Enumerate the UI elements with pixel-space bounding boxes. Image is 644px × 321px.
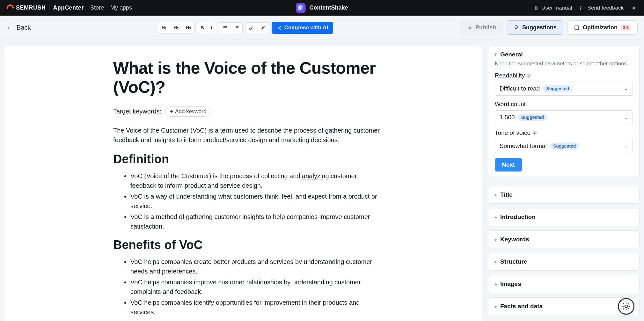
keywords-row: Target keywords: + Add keyword	[113, 106, 387, 117]
chevron-right-icon: ▸	[495, 281, 497, 287]
article-title[interactable]: What is the Voice of the Customer (VoC)?	[113, 59, 387, 97]
chevron-down-icon: ▸	[494, 54, 499, 56]
next-button[interactable]: Next	[495, 158, 522, 171]
wordcount-label: Word count	[495, 101, 633, 108]
tone-select[interactable]: Somewhat formal Suggested ⌄	[495, 139, 633, 153]
h2-button[interactable]: H₂	[170, 22, 182, 33]
list-item[interactable]: VoC (Voice of the Customer) is the proce…	[130, 171, 382, 190]
editor-content: What is the Voice of the Customer (VoC)?…	[113, 59, 387, 321]
clear-format-button[interactable]	[257, 23, 269, 33]
tone-label: Tone of voice i	[495, 129, 633, 136]
user-manual-link[interactable]: User manual	[533, 5, 572, 11]
card-title: Facts and data	[500, 303, 543, 310]
card-images: ▸Images	[488, 275, 640, 293]
card-header[interactable]: ▸Introduction	[495, 214, 633, 221]
card-title: Structure	[500, 258, 527, 265]
ordered-list-button[interactable]	[219, 23, 231, 33]
heading-group: H₁ H₂ H₃	[158, 22, 194, 33]
italic-button[interactable]: I	[208, 22, 216, 33]
compose-ai-button[interactable]: Compose with AI	[272, 22, 333, 34]
card-general-header[interactable]: ▸ General	[495, 51, 633, 58]
editor-toolbar: H₁ H₂ H₃ B I Compose with AI	[158, 22, 333, 34]
list-item[interactable]: VoC helps companies create better produc…	[130, 257, 382, 276]
info-icon[interactable]: i	[532, 131, 537, 135]
card-header[interactable]: ▸Facts and data	[495, 303, 633, 310]
link-button[interactable]	[245, 23, 257, 33]
list-group	[219, 22, 243, 33]
logo-swoosh-icon	[6, 4, 14, 12]
chevron-down-icon: ⌄	[624, 86, 628, 91]
gear-icon[interactable]	[631, 4, 638, 11]
heading-benefits[interactable]: Benefits of VoC	[113, 238, 387, 252]
arrow-left-icon: ←	[6, 24, 13, 31]
wordcount-select[interactable]: 1,500 Suggested ⌄	[495, 110, 633, 124]
book-icon	[533, 5, 539, 11]
wordcount-value: 1,500	[500, 114, 515, 121]
article-intro[interactable]: The Voice of the Customer (VoC) is a ter…	[113, 126, 381, 145]
svg-point-4	[235, 29, 235, 29]
suggestions-text: Suggestions	[522, 24, 557, 31]
h3-button[interactable]: H₃	[182, 22, 194, 33]
plus-icon: +	[170, 108, 173, 115]
list-item[interactable]: VoC is a method of gathering customer in…	[130, 212, 382, 231]
optimization-tab[interactable]: Optimization 2.3	[567, 20, 638, 35]
user-manual-text: User manual	[541, 5, 572, 11]
suggested-tag: Suggested	[550, 142, 579, 150]
send-feedback-link[interactable]: Send feedback	[579, 5, 624, 11]
keywords-label: Target keywords:	[113, 108, 161, 115]
spell-error[interactable]: analyzing	[302, 172, 329, 179]
card-header[interactable]: ▸Title	[495, 191, 633, 198]
publish-button[interactable]: Publish	[460, 20, 503, 35]
card-general-title: General	[500, 51, 523, 58]
suggestions-tab[interactable]: Suggestions	[507, 20, 563, 35]
toolbar: ← Back H₁ H₂ H₃ B I Compose with AI Publ…	[0, 16, 644, 40]
optimization-score-badge: 2.3	[621, 25, 631, 31]
card-header[interactable]: ▸Structure	[495, 258, 633, 265]
h1-button[interactable]: H₁	[158, 22, 170, 33]
optimization-text: Optimization	[583, 24, 618, 31]
svg-point-3	[235, 27, 235, 28]
list-item[interactable]: VoC helps companies identify opportuniti…	[130, 298, 382, 317]
definition-list[interactable]: VoC (Voice of the Customer) is the proce…	[113, 171, 387, 231]
format-group: B I	[197, 22, 216, 33]
appcenter-label: AppCenter	[49, 4, 84, 11]
bold-button[interactable]: B	[197, 22, 208, 33]
nav-my-apps[interactable]: My apps	[110, 4, 132, 11]
heading-definition[interactable]: Definition	[113, 152, 387, 166]
readability-value: Difficult to read	[500, 85, 540, 92]
svg-point-6	[625, 305, 627, 308]
readability-select[interactable]: Difficult to read Suggested ⌄	[495, 82, 633, 96]
benefits-list[interactable]: VoC helps companies create better produc…	[113, 257, 387, 317]
list-item[interactable]: VoC helps companies improve customer rel…	[130, 277, 382, 296]
card-title: ▸Title	[488, 186, 640, 204]
card-title: Images	[500, 281, 521, 288]
settings-fab[interactable]	[618, 298, 634, 315]
bulb-icon	[513, 25, 519, 31]
back-button[interactable]: ← Back	[6, 24, 31, 31]
card-keywords: ▸Keywords	[488, 230, 640, 248]
card-facts-and-data: ▸Facts and data	[488, 297, 640, 315]
card-introduction: ▸Introduction	[488, 208, 640, 226]
svg-point-2	[235, 26, 235, 27]
card-title: Introduction	[500, 214, 536, 221]
misc-group	[245, 22, 269, 33]
nav-store[interactable]: Store	[90, 4, 104, 11]
topbar-center: 🧊 ContentShake	[296, 3, 348, 13]
unordered-list-button[interactable]	[231, 23, 242, 33]
chevron-right-icon: ▸	[495, 237, 497, 242]
info-icon[interactable]: i	[527, 73, 531, 78]
add-keyword-button[interactable]: + Add keyword	[165, 106, 211, 117]
svg-point-0	[7, 7, 8, 9]
semrush-logo[interactable]: SEMRUSH AppCenter	[6, 4, 84, 12]
readability-label-text: Readability	[495, 72, 525, 79]
card-header[interactable]: ▸Images	[495, 281, 633, 288]
card-header[interactable]: ▸Keywords	[495, 236, 633, 243]
add-keyword-text: Add keyword	[175, 108, 206, 115]
chevron-down-icon: ⌄	[624, 143, 628, 149]
tone-value: Somewhat formal	[500, 142, 547, 150]
app-icon: 🧊	[296, 3, 305, 13]
editor-pane[interactable]: What is the Voice of the Customer (VoC)?…	[4, 46, 482, 321]
list-icon	[574, 25, 580, 31]
toolbar-right: Publish Suggestions Optimization 2.3	[460, 20, 638, 35]
list-item[interactable]: VoC is a way of understanding what custo…	[130, 192, 382, 211]
